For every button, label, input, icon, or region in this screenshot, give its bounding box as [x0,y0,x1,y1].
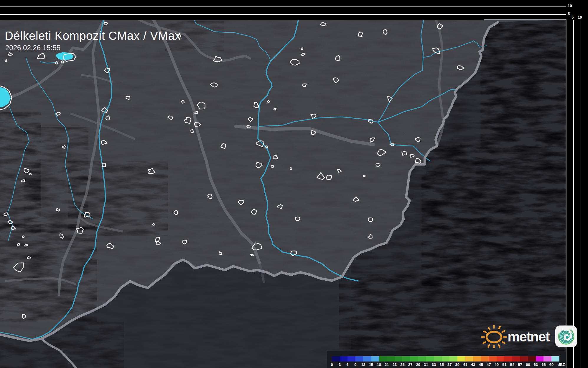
profile-gridline-10km [581,20,581,368]
metnet-logo: metnet [480,324,577,349]
metnet-app-icon [555,326,577,347]
logo-wordmark: metnet [508,328,549,345]
profile-gridline-5km [0,14,566,15]
height-scale-label: 10 [578,15,582,19]
colorbar-stops: 0369121518212325272931333537394143454749… [332,356,559,368]
height-scale-label: 5 [568,12,570,16]
colorbar-unit-label: dBZ [558,362,565,367]
radar-viewer: 10 5 5 10 Délkeleti Kompozit CMax / VMax… [0,0,588,368]
profile-gridline-10km [0,6,566,7]
height-scale-label: 10 [568,4,572,8]
right-height-profile-panel [566,20,588,368]
radar-map-canvas[interactable] [0,0,588,368]
sun-icon [480,324,509,349]
map-frame-line [484,19,566,20]
terrain-relief [0,19,566,368]
top-height-profile-panel: 10 5 5 10 [0,0,588,20]
product-title: Délkeleti Kompozit CMax / VMax [5,29,181,42]
reflectivity-colorbar: 0369121518212325272931333537394143454749… [327,351,566,368]
product-timestamp: 2026.02.26 15:55 [5,44,60,52]
height-scale-label: 5 [571,15,574,19]
profile-gridline-5km [573,20,574,368]
map-frame-line [566,19,566,368]
